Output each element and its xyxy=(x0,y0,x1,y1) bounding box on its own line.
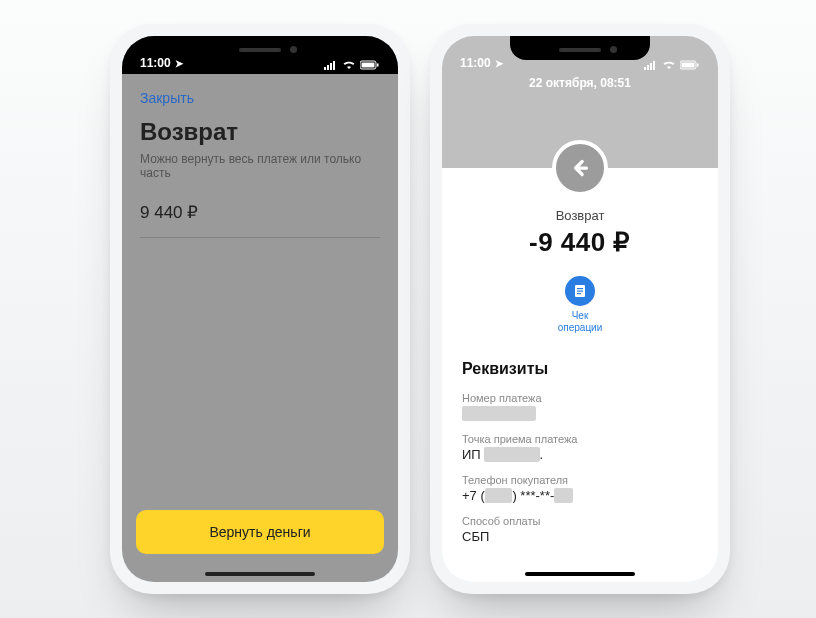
detail-label: Номер платежа xyxy=(462,392,698,404)
phone-mockup-right: 11:00 ➤ 22 октября, 08:51 Возврат -9 440… xyxy=(430,24,730,594)
masked-value: ███ xyxy=(485,488,513,503)
location-icon: ➤ xyxy=(175,58,183,69)
receipt-label: Чек операции xyxy=(558,310,603,334)
svg-rect-5 xyxy=(362,63,375,68)
statusbar-time: 11:00 xyxy=(140,56,171,70)
svg-rect-3 xyxy=(333,61,335,70)
details-title: Реквизиты xyxy=(462,360,698,378)
detail-row-phone: Телефон покупателя +7 (███) ***-**-██ xyxy=(462,474,698,503)
details-section: Реквизиты Номер платежа ████████ Точка п… xyxy=(462,360,698,544)
receipt-icon xyxy=(565,276,595,306)
screen-left: 11:00 ➤ Закрыть Возврат Можно вернуть ве… xyxy=(122,36,398,582)
svg-rect-6 xyxy=(377,64,379,67)
screen-right: 11:00 ➤ 22 октября, 08:51 Возврат -9 440… xyxy=(442,36,718,582)
svg-rect-8 xyxy=(647,65,649,70)
svg-rect-7 xyxy=(644,67,646,70)
detail-value: СБП xyxy=(462,529,698,544)
detail-value: ████████ xyxy=(462,406,698,421)
signal-icon xyxy=(644,60,658,70)
refund-button[interactable]: Вернуть деньги xyxy=(136,510,384,554)
phone-mockup-left: 11:00 ➤ Закрыть Возврат Можно вернуть ве… xyxy=(110,24,410,594)
home-indicator xyxy=(205,572,315,576)
masked-value: ████████ xyxy=(462,406,536,421)
detail-value: +7 (███) ***-**-██ xyxy=(462,488,698,503)
refund-arrow-icon xyxy=(552,140,608,196)
svg-rect-17 xyxy=(577,293,581,294)
home-indicator xyxy=(525,572,635,576)
svg-rect-2 xyxy=(330,63,332,70)
detail-row-merchant: Точка приема платежа ИП ██████. xyxy=(462,433,698,462)
svg-rect-15 xyxy=(577,288,583,289)
svg-rect-13 xyxy=(697,64,699,67)
detail-value: ИП ██████. xyxy=(462,447,698,462)
masked-value: ██ xyxy=(554,488,572,503)
signal-icon xyxy=(324,60,338,70)
detail-row-payment-id: Номер платежа ████████ xyxy=(462,392,698,421)
svg-rect-10 xyxy=(653,61,655,70)
page-title: Возврат xyxy=(140,118,380,146)
detail-label: Точка приема платежа xyxy=(462,433,698,445)
wifi-icon xyxy=(342,60,356,70)
wifi-icon xyxy=(662,60,676,70)
svg-rect-16 xyxy=(577,291,583,292)
detail-label: Телефон покупателя xyxy=(462,474,698,486)
statusbar-indicators xyxy=(324,60,380,70)
detail-label: Способ оплаты xyxy=(462,515,698,527)
battery-icon xyxy=(680,60,700,70)
notch xyxy=(510,36,650,60)
statusbar-indicators xyxy=(644,60,700,70)
svg-rect-1 xyxy=(327,65,329,70)
notch xyxy=(190,36,330,60)
statusbar-time: 11:00 xyxy=(460,56,491,70)
receipt-button[interactable]: Чек операции xyxy=(462,276,698,334)
close-link[interactable]: Закрыть xyxy=(140,84,380,118)
refund-amount-input[interactable]: 9 440 ₽ xyxy=(140,202,380,238)
transaction-date: 22 октября, 08:51 xyxy=(442,76,718,90)
transaction-amount: -9 440 ₽ xyxy=(462,227,698,258)
masked-value: ██████ xyxy=(484,447,539,462)
svg-rect-0 xyxy=(324,67,326,70)
detail-row-method: Способ оплаты СБП xyxy=(462,515,698,544)
battery-icon xyxy=(360,60,380,70)
transaction-type-label: Возврат xyxy=(462,208,698,223)
page-subtitle: Можно вернуть весь платеж или только час… xyxy=(140,152,380,180)
svg-rect-9 xyxy=(650,63,652,70)
svg-rect-12 xyxy=(682,63,695,68)
location-icon: ➤ xyxy=(495,58,503,69)
